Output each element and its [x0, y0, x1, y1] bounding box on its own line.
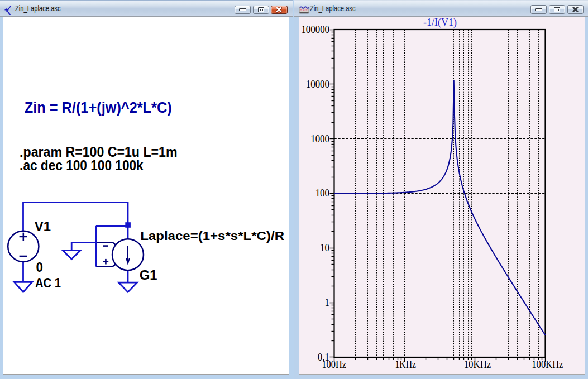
svg-text:100000: 100000	[302, 23, 330, 35]
svg-text:.ac dec 100 100 100k: .ac dec 100 100 100k	[20, 157, 144, 174]
svg-text:G1: G1	[140, 268, 157, 282]
svg-text:1KHz: 1KHz	[395, 359, 416, 370]
svg-text:10KHz: 10KHz	[464, 359, 491, 370]
svg-text:10: 10	[321, 242, 330, 253]
svg-text:1: 1	[325, 296, 329, 308]
svg-text:AC 1: AC 1	[35, 276, 61, 290]
svg-text:100Hz: 100Hz	[322, 359, 347, 370]
svg-text:100KHz: 100KHz	[532, 359, 563, 370]
svg-text:1000: 1000	[311, 133, 330, 145]
svg-text:10000: 10000	[306, 78, 329, 90]
svg-text:V1: V1	[35, 219, 51, 234]
svg-text:-1/I(V1): -1/I(V1)	[423, 17, 457, 28]
svg-text:0: 0	[36, 260, 43, 275]
svg-text:100: 100	[315, 187, 329, 199]
svg-text:Laplace=(1+s*s*L*C)/R: Laplace=(1+s*s*L*C)/R	[140, 229, 284, 243]
svg-text:Zin = R/(1+(jw)^2*L*C): Zin = R/(1+(jw)^2*L*C)	[25, 99, 172, 116]
